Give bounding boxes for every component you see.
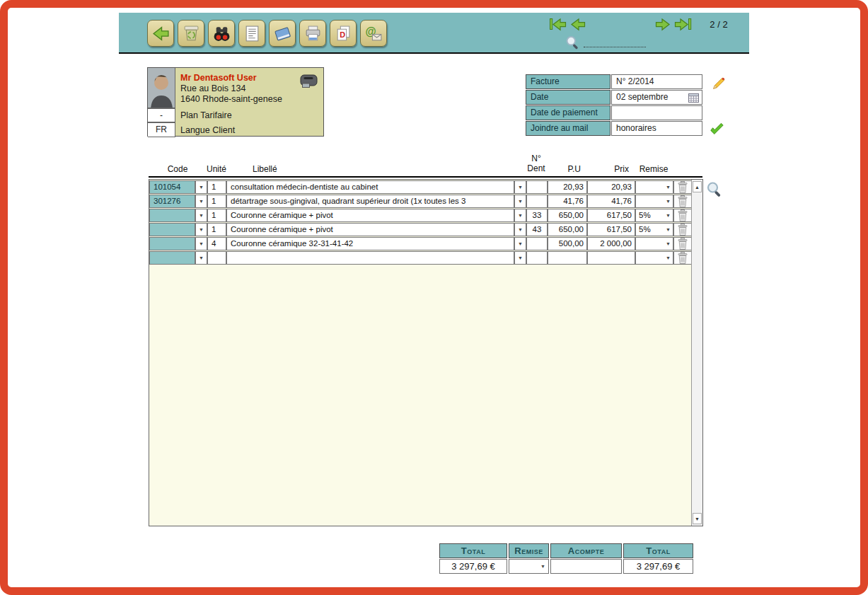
label-dropdown-icon[interactable]: ▼ [514, 237, 526, 250]
delete-row-button[interactable] [673, 251, 692, 265]
dent-cell[interactable] [526, 237, 548, 250]
back-icon [151, 24, 170, 43]
invoice-document-button[interactable] [238, 20, 265, 47]
trash-icon [678, 238, 688, 250]
code-cell[interactable] [149, 237, 195, 250]
edit-pencil-icon[interactable] [711, 76, 727, 91]
last-page-button[interactable] [673, 16, 693, 33]
label-cell[interactable]: Couronne céramique + pivot [226, 209, 514, 222]
print-button[interactable] [299, 20, 326, 47]
prix-cell[interactable]: 617,50 [587, 209, 635, 222]
label-cell[interactable] [226, 251, 514, 265]
prix-cell[interactable]: 617,50 [587, 223, 635, 236]
label-cell[interactable]: consultation médecin-dentiste au cabinet [226, 180, 514, 194]
label-dropdown-icon[interactable]: ▼ [514, 209, 526, 222]
remise-total-field[interactable]: ▼ [509, 559, 549, 574]
label-cell[interactable]: détartrage sous-gingival, quadrant supér… [226, 195, 514, 208]
code-cell[interactable]: 101054 [149, 180, 195, 194]
remise-cell[interactable]: ▼ [635, 251, 673, 265]
scroll-down-button[interactable]: ▼ [693, 513, 702, 524]
joindre-mail-value[interactable]: honoraires [611, 121, 702, 136]
toolbar: D @ 2 / 2 [119, 13, 749, 54]
code-dropdown-icon[interactable]: ▼ [195, 251, 207, 265]
patient-panel: Mr Dentasoft User Rue au Bois 134 1640 R… [147, 67, 324, 137]
code-cell[interactable] [149, 223, 195, 236]
label-dropdown-icon[interactable]: ▼ [514, 223, 526, 236]
remise-dropdown-icon: ▼ [666, 181, 673, 193]
unit-cell[interactable]: 1 [207, 209, 226, 222]
confirm-check-icon[interactable] [709, 122, 725, 137]
dent-cell[interactable]: 33 [526, 209, 548, 222]
prix-cell[interactable]: 2 000,00 [587, 237, 635, 250]
remise-dropdown-icon: ▼ [666, 209, 673, 221]
scroll-up-button[interactable]: ▲ [693, 181, 702, 192]
prix-cell[interactable]: 20,93 [587, 180, 635, 194]
unit-cell[interactable]: 1 [207, 223, 226, 236]
label-cell[interactable]: Couronne céramique + pivot [226, 223, 514, 236]
send-email-button[interactable]: @ [360, 20, 387, 47]
catalog-book-button[interactable] [269, 20, 296, 47]
dent-cell[interactable] [526, 195, 548, 208]
invoice-lines-table: 101054 ▼ 1 consultation médecin-dentiste… [149, 179, 703, 526]
search-input[interactable] [584, 47, 646, 47]
delete-row-button[interactable] [673, 237, 692, 250]
back-button[interactable] [147, 20, 174, 47]
table-header: Code Unité Libellé N° Dent P.U Prix Remi… [149, 154, 691, 176]
first-page-button[interactable] [548, 16, 567, 33]
prix-cell[interactable] [587, 251, 635, 265]
table-search-icon[interactable] [705, 180, 724, 199]
header-prix: Prix [586, 164, 635, 175]
unit-cell[interactable]: 4 [207, 237, 226, 250]
remise-cell[interactable]: 5%▼ [635, 223, 673, 236]
plan-tarifaire-label: Plan Tarifaire [180, 110, 232, 120]
dent-cell[interactable]: 43 [526, 223, 548, 236]
next-page-button[interactable] [653, 16, 672, 33]
code-dropdown-icon[interactable]: ▼ [195, 209, 207, 222]
delete-row-button[interactable] [673, 195, 692, 208]
table-scrollbar[interactable]: ▲ ▼ [691, 180, 702, 526]
first-page-icon [548, 16, 567, 33]
code-cell[interactable]: 301276 [149, 195, 195, 208]
calendar-icon[interactable] [688, 93, 699, 103]
dent-cell[interactable] [526, 251, 548, 265]
code-dropdown-icon[interactable]: ▼ [195, 237, 207, 250]
book-icon [273, 24, 292, 43]
pu-cell[interactable] [548, 251, 587, 265]
code-dropdown-icon[interactable]: ▼ [195, 223, 207, 236]
label-printer-button[interactable] [299, 72, 319, 90]
label-dropdown-icon[interactable]: ▼ [514, 180, 526, 194]
unit-cell[interactable]: 1 [207, 180, 226, 194]
code-cell[interactable] [149, 251, 195, 265]
pu-cell[interactable]: 650,00 [548, 209, 587, 222]
label-dropdown-icon[interactable]: ▼ [514, 195, 526, 208]
table-row: ▼ ▼ ▼ [149, 251, 692, 265]
remise-cell[interactable]: ▼ [635, 195, 673, 208]
previous-page-button[interactable] [569, 16, 588, 33]
search-records-button[interactable] [208, 20, 235, 47]
delete-row-button[interactable] [673, 180, 692, 194]
remise-cell[interactable]: ▼ [635, 180, 673, 194]
acompte-field[interactable] [550, 559, 622, 574]
remise-cell[interactable]: 5%▼ [635, 209, 673, 222]
facture-value[interactable]: N° 2/2014 [611, 74, 702, 89]
label-cell[interactable]: Couronne céramique 32-31-41-42 [226, 237, 514, 250]
unit-cell[interactable] [207, 251, 226, 265]
unit-cell[interactable]: 1 [207, 195, 226, 208]
pu-cell[interactable]: 41,76 [548, 195, 587, 208]
recycle-bin-button[interactable] [178, 20, 204, 47]
label-dropdown-icon[interactable]: ▼ [514, 251, 526, 265]
document-d-button[interactable]: D [330, 20, 357, 47]
delete-row-button[interactable] [673, 223, 692, 236]
pu-cell[interactable]: 500,00 [548, 237, 587, 250]
dent-cell[interactable] [526, 180, 548, 194]
date-value[interactable]: 02 septembre [611, 90, 702, 105]
code-dropdown-icon[interactable]: ▼ [195, 195, 207, 208]
code-cell[interactable] [149, 209, 195, 222]
remise-cell[interactable]: ▼ [635, 237, 673, 250]
delete-row-button[interactable] [673, 209, 692, 222]
prix-cell[interactable]: 41,76 [587, 195, 635, 208]
pu-cell[interactable]: 650,00 [548, 223, 587, 236]
pu-cell[interactable]: 20,93 [548, 180, 587, 194]
code-dropdown-icon[interactable]: ▼ [195, 180, 207, 194]
date-paiement-value[interactable] [611, 105, 702, 120]
